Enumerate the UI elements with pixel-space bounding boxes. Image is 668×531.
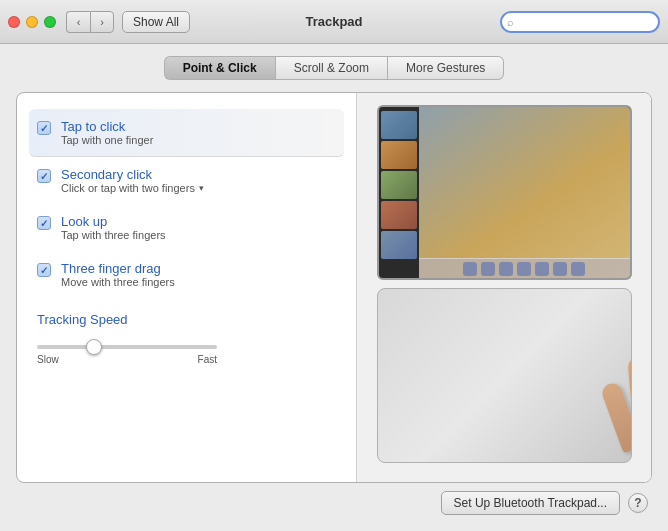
- slow-label: Slow: [37, 354, 59, 365]
- photo-thumb-2: [381, 141, 417, 169]
- tracking-section: Tracking Speed Slow Fast: [29, 312, 344, 365]
- setting-secondary-click[interactable]: Secondary click Click or tap with two fi…: [29, 157, 344, 204]
- tracking-label: Tracking Speed: [37, 312, 336, 327]
- photo-strip: [379, 107, 419, 278]
- photo-thumb-4: [381, 201, 417, 229]
- checkbox-look-up[interactable]: [37, 216, 51, 230]
- search-bar: ⌕: [500, 11, 660, 33]
- search-input[interactable]: [500, 11, 660, 33]
- dock-icon-6: [553, 262, 567, 276]
- traffic-lights: [8, 16, 56, 28]
- screen-dock: [419, 258, 630, 278]
- photo-thumb-5: [381, 231, 417, 259]
- main-panel: Tap to click Tap with one finger Seconda…: [16, 92, 652, 483]
- setting-three-finger-drag[interactable]: Three finger drag Move with three finger…: [29, 251, 344, 298]
- three-finger-drag-desc: Move with three fingers: [61, 276, 175, 288]
- secondary-click-title: Secondary click: [61, 167, 204, 182]
- secondary-click-dropdown-arrow[interactable]: ▾: [199, 183, 204, 193]
- setting-secondary-click-text: Secondary click Click or tap with two fi…: [61, 167, 204, 194]
- checkbox-three-finger-drag-box[interactable]: [37, 263, 51, 277]
- search-icon: ⌕: [507, 16, 514, 28]
- tabs: Point & Click Scroll & Zoom More Gesture…: [16, 56, 652, 80]
- checkbox-tap-to-click-box[interactable]: [37, 121, 51, 135]
- setting-three-finger-drag-text: Three finger drag Move with three finger…: [61, 261, 175, 288]
- dock-icon-2: [481, 262, 495, 276]
- checkbox-tap-to-click[interactable]: [37, 121, 51, 135]
- close-button[interactable]: [8, 16, 20, 28]
- back-button[interactable]: ‹: [66, 11, 90, 33]
- checkbox-secondary-click[interactable]: [37, 169, 51, 183]
- bottom-bar: Set Up Bluetooth Trackpad... ?: [16, 483, 652, 515]
- fast-label: Fast: [198, 354, 217, 365]
- tab-more-gestures[interactable]: More Gestures: [388, 56, 504, 80]
- setting-look-up[interactable]: Look up Tap with three fingers: [29, 204, 344, 251]
- tap-to-click-title: Tap to click: [61, 119, 153, 134]
- nav-buttons: ‹ ›: [66, 11, 114, 33]
- secondary-click-desc: Click or tap with two fingers ▾: [61, 182, 204, 194]
- setting-look-up-text: Look up Tap with three fingers: [61, 214, 166, 241]
- tracking-speed-slider[interactable]: [37, 345, 217, 349]
- dock-icon-1: [463, 262, 477, 276]
- window-title: Trackpad: [305, 14, 362, 29]
- finger-1: [599, 381, 631, 454]
- setting-tap-to-click-text: Tap to click Tap with one finger: [61, 119, 153, 146]
- dock-icon-3: [499, 262, 513, 276]
- titlebar: ‹ › Show All Trackpad ⌕: [0, 0, 668, 44]
- maximize-button[interactable]: [44, 16, 56, 28]
- tab-point-click[interactable]: Point & Click: [164, 56, 275, 80]
- content: Point & Click Scroll & Zoom More Gesture…: [0, 44, 668, 531]
- show-all-button[interactable]: Show All: [122, 11, 190, 33]
- checkbox-secondary-click-box[interactable]: [37, 169, 51, 183]
- screen-preview: [377, 105, 632, 280]
- tab-scroll-zoom[interactable]: Scroll & Zoom: [275, 56, 388, 80]
- tap-to-click-desc: Tap with one finger: [61, 134, 153, 146]
- look-up-desc: Tap with three fingers: [61, 229, 166, 241]
- slider-labels: Slow Fast: [37, 354, 217, 365]
- setup-bluetooth-button[interactable]: Set Up Bluetooth Trackpad...: [441, 491, 620, 515]
- checkbox-look-up-box[interactable]: [37, 216, 51, 230]
- look-up-title: Look up: [61, 214, 166, 229]
- three-finger-drag-title: Three finger drag: [61, 261, 175, 276]
- photo-thumb-3: [381, 171, 417, 199]
- photo-thumb-1: [381, 111, 417, 139]
- setting-tap-to-click[interactable]: Tap to click Tap with one finger: [29, 109, 344, 157]
- forward-button[interactable]: ›: [90, 11, 114, 33]
- settings-left: Tap to click Tap with one finger Seconda…: [17, 93, 357, 482]
- dock-icon-4: [517, 262, 531, 276]
- help-button[interactable]: ?: [628, 493, 648, 513]
- minimize-button[interactable]: [26, 16, 38, 28]
- screen-inner: [379, 107, 630, 278]
- dock-icon-5: [535, 262, 549, 276]
- checkbox-three-finger-drag[interactable]: [37, 263, 51, 277]
- preview-right: [357, 93, 651, 482]
- dock-icon-7: [571, 262, 585, 276]
- trackpad-preview: [377, 288, 632, 463]
